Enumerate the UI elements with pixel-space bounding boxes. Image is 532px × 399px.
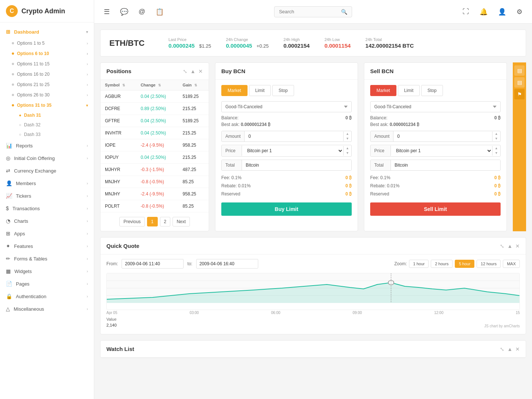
sidebar-item-auth[interactable]: 🔒 Authentication › bbox=[0, 290, 94, 303]
search-input[interactable] bbox=[279, 9, 338, 14]
sidebar-item-forms[interactable]: ✏ Forms & Tables › bbox=[0, 252, 94, 265]
prev-page-button[interactable]: Previous bbox=[119, 217, 145, 226]
zoom-1h[interactable]: 1 hour bbox=[409, 260, 429, 268]
positions-close-icon[interactable]: ✕ bbox=[198, 68, 203, 74]
right-icon-1[interactable]: ▤ bbox=[514, 65, 525, 76]
clipboard-icon[interactable]: 📋 bbox=[153, 6, 166, 18]
positions-resize-icon[interactable]: ⤡ bbox=[183, 68, 187, 74]
next-page-button[interactable]: Next bbox=[173, 217, 190, 226]
sell-market-tab[interactable]: Market bbox=[370, 85, 396, 96]
high-group: 24h High 0.0002154 bbox=[283, 37, 310, 49]
buy-limit-tab[interactable]: Limit bbox=[249, 85, 271, 96]
cell-change: 0.04 (2.50%) bbox=[136, 151, 178, 164]
sell-amount-input[interactable] bbox=[393, 131, 492, 141]
cell-change: 0.89 (2.50%) bbox=[136, 103, 178, 115]
zoom-5h[interactable]: 5 hour bbox=[455, 260, 474, 268]
sort-symbol-icon[interactable]: ⇅ bbox=[122, 83, 125, 87]
buy-stop-tab[interactable]: Stop bbox=[272, 85, 294, 96]
sell-total-input[interactable] bbox=[391, 160, 500, 170]
sidebar-item-features[interactable]: ✦ Features › bbox=[0, 240, 94, 252]
menu-icon[interactable]: ☰ bbox=[102, 6, 112, 18]
sidebar-item-dashboard[interactable]: ⊞ Dashboard ▾ bbox=[0, 25, 94, 38]
to-input[interactable] bbox=[196, 259, 258, 269]
sell-limit-button[interactable]: Sell Limit bbox=[370, 202, 501, 216]
right-icon-3[interactable]: ⚑ bbox=[514, 89, 525, 99]
buy-dropdown[interactable]: Good-Til-Canceled bbox=[221, 101, 352, 112]
sidebar-item-tickers[interactable]: 📈 Tickers › bbox=[0, 190, 94, 202]
wl-close-icon[interactable]: ✕ bbox=[515, 346, 520, 352]
sidebar-item-transactions[interactable]: $ Transactions › bbox=[0, 202, 94, 215]
subnav-opt4[interactable]: Options 16 to 20 › bbox=[12, 69, 94, 79]
sell-amount-up[interactable]: ▲ bbox=[492, 132, 500, 136]
sell-dropdown[interactable]: Good-Til-Canceled bbox=[370, 101, 501, 112]
col-symbol: Symbol ⇅ bbox=[100, 80, 136, 91]
sell-limit-tab[interactable]: Limit bbox=[398, 85, 420, 96]
user-icon[interactable]: 👤 bbox=[496, 6, 508, 18]
positions-collapse-icon[interactable]: ▲ bbox=[190, 68, 195, 74]
sidebar-item-widgets[interactable]: ▦ Widgets › bbox=[0, 265, 94, 277]
wl-collapse-icon[interactable]: ▲ bbox=[507, 346, 512, 352]
misc-icon: △ bbox=[6, 306, 10, 312]
qq-close-icon[interactable]: ✕ bbox=[515, 243, 520, 249]
sidebar-item-ico[interactable]: ◎ Initial Coin Offering › bbox=[0, 152, 94, 164]
cell-change: -2.4 (-9.5%) bbox=[136, 188, 178, 200]
from-input[interactable] bbox=[122, 259, 184, 269]
buy-amount-up[interactable]: ▲ bbox=[344, 132, 351, 136]
cell-symbol: INVHTR bbox=[100, 127, 136, 139]
cell-change: 0.04 (2.50%) bbox=[136, 115, 178, 127]
sidebar-item-apps[interactable]: ⊞ Apps › bbox=[0, 227, 94, 240]
fullscreen-icon[interactable]: ⛶ bbox=[460, 6, 471, 18]
zoom-2h[interactable]: 2 hours bbox=[431, 260, 453, 268]
sidebar-item-members[interactable]: 👤 Members › bbox=[0, 177, 94, 190]
sidebar-item-misc[interactable]: △ Miscellaneous › bbox=[0, 303, 94, 315]
buy-price-select[interactable]: Bitcoin per 1 bbox=[242, 145, 343, 156]
subnav-dash32[interactable]: Dash 32 bbox=[19, 120, 94, 130]
sell-stop-tab[interactable]: Stop bbox=[421, 85, 443, 96]
subnav-opt7[interactable]: Options 31 to 35 ▾ bbox=[12, 100, 94, 110]
sort-change-icon[interactable]: ⇅ bbox=[158, 83, 161, 87]
at-icon[interactable]: @ bbox=[136, 6, 147, 18]
subnav-opt1[interactable]: Options 1 to 5 › bbox=[12, 38, 94, 48]
sidebar-item-currency[interactable]: ⇄ Currency Exchange bbox=[0, 164, 94, 177]
page-2-button[interactable]: 2 bbox=[160, 217, 171, 226]
subnav-dash31[interactable]: Dash 31 bbox=[19, 110, 94, 120]
sidebar-item-pages[interactable]: 📄 Pages › bbox=[0, 277, 94, 290]
qq-resize-icon[interactable]: ⤡ bbox=[500, 243, 504, 249]
cell-change: -2.4 (-9.5%) bbox=[136, 139, 178, 151]
sell-amount-down[interactable]: ▼ bbox=[492, 136, 500, 141]
buy-limit-button[interactable]: Buy Limit bbox=[221, 202, 352, 216]
subnav-opt5[interactable]: Options 21 to 25 › bbox=[12, 79, 94, 90]
buy-amount-down[interactable]: ▼ bbox=[344, 136, 351, 141]
buy-price-up[interactable]: ▲ bbox=[344, 146, 351, 151]
chat-icon[interactable]: 💬 bbox=[118, 6, 130, 18]
search-icon[interactable]: 🔍 bbox=[341, 9, 347, 15]
right-icon-2[interactable]: ▤ bbox=[514, 77, 525, 88]
buy-amount-row: Amount ▲ ▼ bbox=[221, 131, 352, 142]
subnav-opt2[interactable]: Options 6 to 10 › bbox=[12, 48, 94, 59]
bell-icon[interactable]: 🔔 bbox=[477, 6, 490, 18]
buy-price-down[interactable]: ▼ bbox=[344, 151, 351, 156]
wl-resize-icon[interactable]: ⤡ bbox=[500, 346, 504, 352]
subnav-dash33[interactable]: Dash 33 bbox=[19, 130, 94, 139]
buy-amount-input[interactable] bbox=[245, 131, 343, 141]
zoom-12h[interactable]: 12 hours bbox=[477, 260, 501, 268]
sell-price-up[interactable]: ▲ bbox=[492, 146, 500, 151]
sell-price-down[interactable]: ▼ bbox=[492, 151, 500, 156]
buy-market-tab[interactable]: Market bbox=[221, 85, 248, 96]
sort-gain-icon[interactable]: ⇅ bbox=[194, 83, 197, 87]
cell-symbol: GFTRE bbox=[100, 115, 136, 127]
qq-collapse-icon[interactable]: ▲ bbox=[507, 243, 512, 249]
logo-icon: C bbox=[6, 5, 18, 17]
buy-total-input[interactable] bbox=[242, 160, 351, 170]
subnav-opt6[interactable]: Options 26 to 30 › bbox=[12, 90, 94, 100]
sell-price-select[interactable]: Bitcoin per 1 bbox=[391, 145, 492, 156]
sidebar-item-charts[interactable]: ◔ Charts › bbox=[0, 215, 94, 227]
page-1-button[interactable]: 1 bbox=[147, 217, 158, 226]
sidebar: C Crypto Admin ⊞ Dashboard ▾ Options 1 t… bbox=[0, 0, 94, 399]
gear-icon[interactable]: ⚙ bbox=[514, 6, 525, 18]
zoom-max[interactable]: MAX bbox=[503, 260, 520, 268]
sidebar-item-reports[interactable]: 📊 Reports › bbox=[0, 139, 94, 152]
subnav-opt3[interactable]: Options 11 to 15 › bbox=[12, 59, 94, 69]
ico-icon: ◎ bbox=[6, 155, 10, 161]
positions-panel: Positions ⤡ ▲ ✕ Symbol ⇅ bbox=[100, 62, 209, 231]
